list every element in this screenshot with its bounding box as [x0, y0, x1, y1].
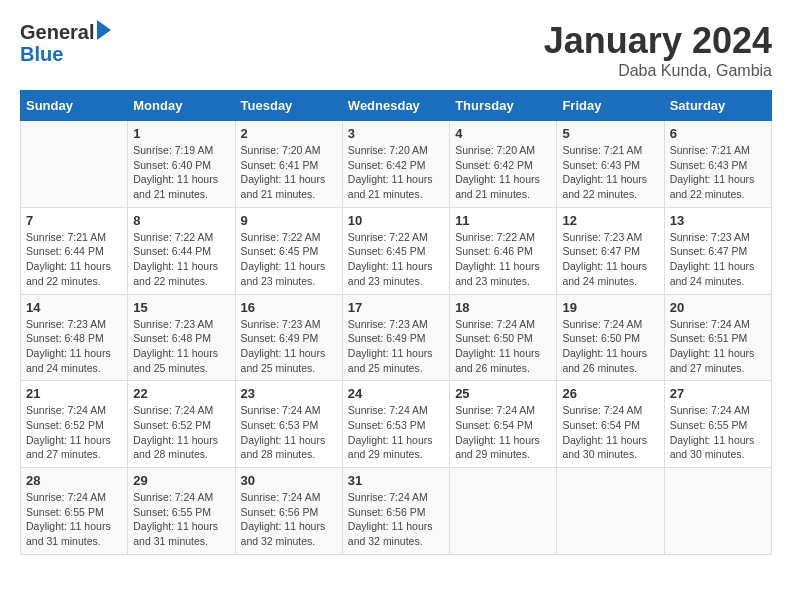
- calendar-week-row: 21Sunrise: 7:24 AM Sunset: 6:52 PM Dayli…: [21, 381, 772, 468]
- day-detail: Sunrise: 7:24 AM Sunset: 6:55 PM Dayligh…: [26, 490, 122, 549]
- day-number: 22: [133, 386, 229, 401]
- day-number: 18: [455, 300, 551, 315]
- day-number: 10: [348, 213, 444, 228]
- day-detail: Sunrise: 7:22 AM Sunset: 6:45 PM Dayligh…: [241, 230, 337, 289]
- calendar-week-row: 7Sunrise: 7:21 AM Sunset: 6:44 PM Daylig…: [21, 207, 772, 294]
- day-detail: Sunrise: 7:23 AM Sunset: 6:48 PM Dayligh…: [26, 317, 122, 376]
- day-detail: Sunrise: 7:24 AM Sunset: 6:55 PM Dayligh…: [670, 403, 766, 462]
- day-detail: Sunrise: 7:23 AM Sunset: 6:47 PM Dayligh…: [670, 230, 766, 289]
- day-number: 17: [348, 300, 444, 315]
- day-of-week-header: Wednesday: [342, 91, 449, 121]
- calendar-cell: 21Sunrise: 7:24 AM Sunset: 6:52 PM Dayli…: [21, 381, 128, 468]
- calendar-cell: 12Sunrise: 7:23 AM Sunset: 6:47 PM Dayli…: [557, 207, 664, 294]
- calendar-cell: 6Sunrise: 7:21 AM Sunset: 6:43 PM Daylig…: [664, 121, 771, 208]
- day-number: 20: [670, 300, 766, 315]
- day-detail: Sunrise: 7:22 AM Sunset: 6:45 PM Dayligh…: [348, 230, 444, 289]
- calendar-cell: 16Sunrise: 7:23 AM Sunset: 6:49 PM Dayli…: [235, 294, 342, 381]
- day-detail: Sunrise: 7:24 AM Sunset: 6:56 PM Dayligh…: [348, 490, 444, 549]
- calendar-cell: 26Sunrise: 7:24 AM Sunset: 6:54 PM Dayli…: [557, 381, 664, 468]
- day-number: 8: [133, 213, 229, 228]
- page-header: General Blue January 2024 Daba Kunda, Ga…: [20, 20, 772, 80]
- calendar-cell: 14Sunrise: 7:23 AM Sunset: 6:48 PM Dayli…: [21, 294, 128, 381]
- day-detail: Sunrise: 7:22 AM Sunset: 6:46 PM Dayligh…: [455, 230, 551, 289]
- day-detail: Sunrise: 7:24 AM Sunset: 6:50 PM Dayligh…: [455, 317, 551, 376]
- calendar-cell: 11Sunrise: 7:22 AM Sunset: 6:46 PM Dayli…: [450, 207, 557, 294]
- day-of-week-header: Saturday: [664, 91, 771, 121]
- calendar-cell: 27Sunrise: 7:24 AM Sunset: 6:55 PM Dayli…: [664, 381, 771, 468]
- day-detail: Sunrise: 7:19 AM Sunset: 6:40 PM Dayligh…: [133, 143, 229, 202]
- calendar-week-row: 28Sunrise: 7:24 AM Sunset: 6:55 PM Dayli…: [21, 468, 772, 555]
- location-subtitle: Daba Kunda, Gambia: [544, 62, 772, 80]
- day-number: 30: [241, 473, 337, 488]
- calendar-cell: 3Sunrise: 7:20 AM Sunset: 6:42 PM Daylig…: [342, 121, 449, 208]
- calendar-cell: 7Sunrise: 7:21 AM Sunset: 6:44 PM Daylig…: [21, 207, 128, 294]
- calendar-cell: 19Sunrise: 7:24 AM Sunset: 6:50 PM Dayli…: [557, 294, 664, 381]
- day-detail: Sunrise: 7:24 AM Sunset: 6:52 PM Dayligh…: [133, 403, 229, 462]
- calendar-cell: 4Sunrise: 7:20 AM Sunset: 6:42 PM Daylig…: [450, 121, 557, 208]
- calendar-cell: 17Sunrise: 7:23 AM Sunset: 6:49 PM Dayli…: [342, 294, 449, 381]
- svg-marker-0: [97, 20, 111, 40]
- day-detail: Sunrise: 7:20 AM Sunset: 6:42 PM Dayligh…: [348, 143, 444, 202]
- calendar-cell: [664, 468, 771, 555]
- day-detail: Sunrise: 7:24 AM Sunset: 6:53 PM Dayligh…: [241, 403, 337, 462]
- day-number: 21: [26, 386, 122, 401]
- day-detail: Sunrise: 7:24 AM Sunset: 6:51 PM Dayligh…: [670, 317, 766, 376]
- calendar-cell: 5Sunrise: 7:21 AM Sunset: 6:43 PM Daylig…: [557, 121, 664, 208]
- day-number: 7: [26, 213, 122, 228]
- calendar-cell: 30Sunrise: 7:24 AM Sunset: 6:56 PM Dayli…: [235, 468, 342, 555]
- calendar-cell: [450, 468, 557, 555]
- day-number: 1: [133, 126, 229, 141]
- day-detail: Sunrise: 7:24 AM Sunset: 6:55 PM Dayligh…: [133, 490, 229, 549]
- calendar-cell: 13Sunrise: 7:23 AM Sunset: 6:47 PM Dayli…: [664, 207, 771, 294]
- day-number: 4: [455, 126, 551, 141]
- calendar-cell: 20Sunrise: 7:24 AM Sunset: 6:51 PM Dayli…: [664, 294, 771, 381]
- calendar-cell: 24Sunrise: 7:24 AM Sunset: 6:53 PM Dayli…: [342, 381, 449, 468]
- day-detail: Sunrise: 7:24 AM Sunset: 6:52 PM Dayligh…: [26, 403, 122, 462]
- day-number: 14: [26, 300, 122, 315]
- calendar-cell: 1Sunrise: 7:19 AM Sunset: 6:40 PM Daylig…: [128, 121, 235, 208]
- day-detail: Sunrise: 7:24 AM Sunset: 6:50 PM Dayligh…: [562, 317, 658, 376]
- calendar-table: SundayMondayTuesdayWednesdayThursdayFrid…: [20, 90, 772, 555]
- calendar-cell: 28Sunrise: 7:24 AM Sunset: 6:55 PM Dayli…: [21, 468, 128, 555]
- calendar-cell: 9Sunrise: 7:22 AM Sunset: 6:45 PM Daylig…: [235, 207, 342, 294]
- logo-triangle-icon: [97, 20, 111, 43]
- calendar-cell: 29Sunrise: 7:24 AM Sunset: 6:55 PM Dayli…: [128, 468, 235, 555]
- day-number: 26: [562, 386, 658, 401]
- day-of-week-header: Monday: [128, 91, 235, 121]
- day-detail: Sunrise: 7:20 AM Sunset: 6:41 PM Dayligh…: [241, 143, 337, 202]
- day-detail: Sunrise: 7:24 AM Sunset: 6:53 PM Dayligh…: [348, 403, 444, 462]
- day-number: 16: [241, 300, 337, 315]
- day-number: 29: [133, 473, 229, 488]
- day-detail: Sunrise: 7:23 AM Sunset: 6:48 PM Dayligh…: [133, 317, 229, 376]
- day-detail: Sunrise: 7:20 AM Sunset: 6:42 PM Dayligh…: [455, 143, 551, 202]
- day-number: 13: [670, 213, 766, 228]
- day-number: 5: [562, 126, 658, 141]
- calendar-cell: 22Sunrise: 7:24 AM Sunset: 6:52 PM Dayli…: [128, 381, 235, 468]
- calendar-cell: [557, 468, 664, 555]
- calendar-week-row: 14Sunrise: 7:23 AM Sunset: 6:48 PM Dayli…: [21, 294, 772, 381]
- calendar-cell: 10Sunrise: 7:22 AM Sunset: 6:45 PM Dayli…: [342, 207, 449, 294]
- day-detail: Sunrise: 7:23 AM Sunset: 6:49 PM Dayligh…: [348, 317, 444, 376]
- day-number: 9: [241, 213, 337, 228]
- calendar-cell: 23Sunrise: 7:24 AM Sunset: 6:53 PM Dayli…: [235, 381, 342, 468]
- logo: General Blue: [20, 20, 111, 66]
- day-detail: Sunrise: 7:21 AM Sunset: 6:43 PM Dayligh…: [562, 143, 658, 202]
- logo-general: General: [20, 22, 94, 42]
- calendar-cell: 2Sunrise: 7:20 AM Sunset: 6:41 PM Daylig…: [235, 121, 342, 208]
- day-detail: Sunrise: 7:24 AM Sunset: 6:54 PM Dayligh…: [455, 403, 551, 462]
- day-number: 15: [133, 300, 229, 315]
- day-of-week-header: Sunday: [21, 91, 128, 121]
- day-number: 2: [241, 126, 337, 141]
- calendar-cell: [21, 121, 128, 208]
- calendar-week-row: 1Sunrise: 7:19 AM Sunset: 6:40 PM Daylig…: [21, 121, 772, 208]
- day-number: 25: [455, 386, 551, 401]
- calendar-cell: 8Sunrise: 7:22 AM Sunset: 6:44 PM Daylig…: [128, 207, 235, 294]
- day-number: 6: [670, 126, 766, 141]
- day-number: 12: [562, 213, 658, 228]
- title-area: January 2024 Daba Kunda, Gambia: [544, 20, 772, 80]
- calendar-cell: 18Sunrise: 7:24 AM Sunset: 6:50 PM Dayli…: [450, 294, 557, 381]
- month-title: January 2024: [544, 20, 772, 62]
- day-detail: Sunrise: 7:21 AM Sunset: 6:43 PM Dayligh…: [670, 143, 766, 202]
- day-detail: Sunrise: 7:22 AM Sunset: 6:44 PM Dayligh…: [133, 230, 229, 289]
- day-detail: Sunrise: 7:24 AM Sunset: 6:54 PM Dayligh…: [562, 403, 658, 462]
